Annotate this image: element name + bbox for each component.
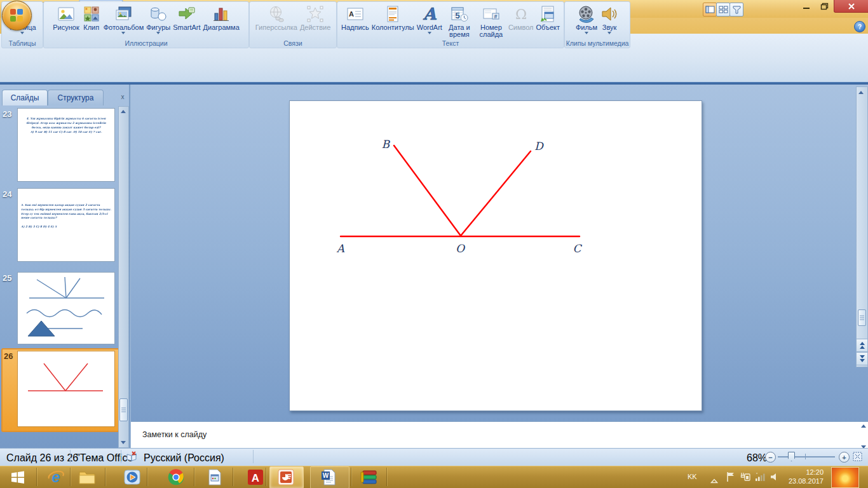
scroll-down-icon[interactable]: [121, 441, 126, 444]
zoom-in-button[interactable]: +: [839, 452, 850, 463]
symbol-button: Ω Символ: [507, 2, 535, 31]
thumbnail-text: 5. Бак екі шүмектен қатар аққан судан 2 …: [21, 203, 111, 229]
word-icon[interactable]: W: [320, 468, 339, 487]
hyperlink-icon: [267, 4, 286, 24]
hyperlink-button: Гиперссылка: [254, 2, 299, 31]
powerpoint-icon[interactable]: [276, 468, 295, 487]
chrome-icon[interactable]: [166, 468, 186, 487]
photo-album-button[interactable]: Фотоальбом: [102, 2, 146, 34]
close-pane-icon[interactable]: x: [118, 92, 127, 101]
date-time-button[interactable]: 5 Дата и время: [444, 2, 475, 38]
previous-slide-button[interactable]: [856, 339, 868, 352]
slide-thumbnail-25[interactable]: [17, 272, 115, 344]
date-time-icon: 5: [450, 4, 469, 24]
slides-panel-scrollbar[interactable]: [118, 106, 129, 448]
scrollbar-thumb[interactable]: [858, 309, 866, 326]
scroll-up-icon[interactable]: [121, 110, 126, 113]
adobe-reader-icon[interactable]: A: [246, 468, 265, 487]
scrollbar-thumb[interactable]: [119, 398, 128, 421]
slide-sorter-view-button[interactable]: [716, 3, 730, 17]
main-scrollbar[interactable]: [856, 86, 868, 367]
close-button[interactable]: [834, 0, 868, 13]
fit-to-window-button[interactable]: [852, 451, 863, 464]
zoom-level[interactable]: 68%: [747, 452, 767, 464]
network-signal-icon[interactable]: *: [754, 471, 766, 484]
smartart-icon: [177, 4, 196, 24]
restore-button[interactable]: [816, 0, 832, 12]
slide-thumbnail-26[interactable]: [17, 351, 115, 427]
winrar-icon[interactable]: [360, 468, 379, 487]
slide-number-label: 23: [3, 109, 17, 119]
header-footer-button[interactable]: Колонтитулы: [370, 2, 416, 31]
svg-text:A: A: [349, 10, 354, 18]
slide-canvas[interactable]: A B C D O: [289, 100, 702, 411]
media-player-icon[interactable]: [123, 468, 142, 487]
language-indicator[interactable]: Русский (Россия): [144, 452, 224, 464]
slide-number-label: 24: [3, 189, 17, 199]
group-label-links: Связи: [250, 39, 336, 47]
picture-icon: [57, 4, 76, 24]
pane-splitter[interactable]: [129, 85, 131, 448]
next-slide-button[interactable]: [856, 352, 868, 365]
object-icon: [538, 4, 557, 24]
shapes-button[interactable]: Фигуры: [145, 2, 172, 34]
desktop-wallpaper-thumbnail[interactable]: [831, 467, 859, 488]
label-o: O: [456, 242, 466, 255]
svg-text:*: *: [756, 472, 758, 476]
hidden-icons-icon[interactable]: [710, 475, 718, 486]
tab-slides-pane[interactable]: Слайды: [2, 90, 48, 105]
slide-number-icon: #: [482, 4, 501, 24]
label-d: D: [534, 140, 544, 152]
battery-icon[interactable]: [740, 471, 751, 484]
tray-clock[interactable]: 12:20 23.08.2017: [787, 468, 824, 485]
slideshow-view-button[interactable]: [729, 3, 743, 17]
label-c: C: [573, 242, 582, 255]
tray-language[interactable]: KK: [688, 473, 697, 480]
start-button[interactable]: [6, 468, 29, 487]
normal-view-button[interactable]: [703, 3, 717, 17]
chart-icon: [212, 4, 231, 24]
geometry-figure: A B C D O: [290, 101, 702, 410]
header-footer-icon: [383, 4, 402, 24]
notes-scrollbar[interactable]: [859, 423, 867, 450]
label-b: B: [382, 138, 391, 151]
label-a: A: [336, 242, 345, 255]
minimize-button[interactable]: [798, 0, 815, 12]
ribbon-group-text: A Надпись Колонтитулы A WordArt 5: [337, 1, 564, 48]
svg-text:A: A: [252, 472, 259, 484]
slide-thumbnail-24[interactable]: 5. Бак екі шүмектен қатар аққан судан 2 …: [17, 188, 115, 262]
internet-explorer-icon[interactable]: e: [46, 468, 65, 487]
smartart-button[interactable]: SmartArt: [172, 2, 201, 31]
movie-button[interactable]: Фильм: [574, 2, 599, 34]
wordart-button[interactable]: A WordArt: [416, 2, 444, 34]
tray-date: 23.08.2017: [787, 477, 824, 485]
group-label-media: Клипы мультимедиа: [565, 39, 630, 47]
zoom-slider-track[interactable]: [778, 456, 835, 458]
app-document-icon[interactable]: [205, 468, 224, 487]
slide-number-button[interactable]: # Номер слайда: [475, 2, 507, 38]
help-icon[interactable]: ?: [854, 21, 865, 32]
shapes-icon: [149, 4, 168, 24]
slide-thumbnail-23[interactable]: 4. Үш жұмысшы бірігіп жұмысты 6 сағатта …: [17, 108, 115, 182]
volume-icon[interactable]: [770, 472, 780, 484]
notes-placeholder[interactable]: Заметки к слайду: [142, 430, 207, 439]
tab-outline-pane[interactable]: Структура: [48, 90, 104, 105]
slide-number-label: 25: [3, 273, 17, 283]
textbox-button[interactable]: A Надпись: [340, 2, 370, 31]
object-button[interactable]: Объект: [535, 2, 561, 31]
sound-button[interactable]: Звук: [599, 2, 620, 34]
scroll-up-icon[interactable]: [858, 91, 864, 94]
ribbon-group-links: Гиперссылка Действие Связи: [249, 1, 337, 48]
thumbnail-text: 4. Үш жұмысшы бірігіп жұмысты 6 сағатта …: [21, 116, 111, 135]
office-button[interactable]: [2, 1, 32, 30]
picture-button[interactable]: Рисунок: [51, 2, 81, 31]
notes-panel[interactable]: Заметки к слайду: [131, 421, 868, 449]
file-explorer-icon[interactable]: [78, 468, 97, 487]
spellcheck-icon[interactable]: [126, 451, 137, 464]
action-center-flag-icon[interactable]: [726, 471, 736, 485]
zoom-out-button[interactable]: −: [765, 452, 776, 463]
clipart-button[interactable]: Клип: [81, 2, 102, 31]
chart-button[interactable]: Диаграмма: [202, 2, 241, 31]
slide-26-figure: [18, 351, 113, 425]
chevron-down-icon: [585, 32, 588, 34]
